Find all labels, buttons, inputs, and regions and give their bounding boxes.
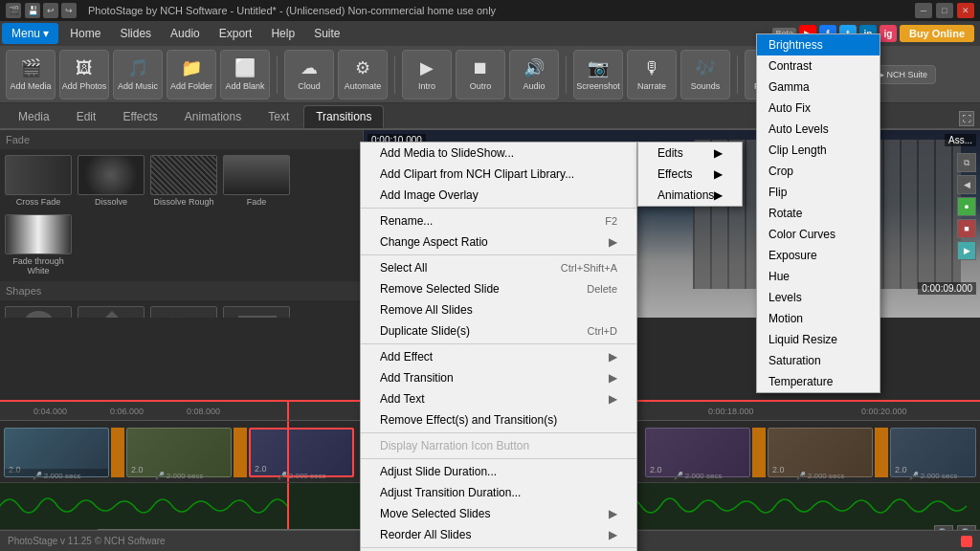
ctx-reorder-all[interactable]: Reorder All Slides ▶ bbox=[361, 524, 636, 545]
add-blank-button[interactable]: ⬜ Add Blank bbox=[220, 50, 270, 99]
ctx-add-media[interactable]: Add Media to SlideShow... bbox=[361, 143, 636, 164]
add-music-button[interactable]: 🎵 Add Music bbox=[113, 50, 163, 99]
cloud-button[interactable]: ☁ Cloud bbox=[284, 50, 334, 99]
add-folder-label: Add Folder bbox=[170, 81, 212, 91]
preview-control-1[interactable]: ⧉ bbox=[957, 153, 976, 172]
maximize-button[interactable]: □ bbox=[936, 3, 953, 18]
outro-button[interactable]: ⏹ Outro bbox=[456, 50, 505, 99]
transition-cross-fade[interactable]: Cross Fade bbox=[4, 153, 73, 209]
screenshot-button[interactable]: 📷 Screenshot bbox=[573, 50, 623, 99]
effect-temperature[interactable]: Temperature bbox=[757, 371, 880, 392]
transition-circle[interactable]: Circle bbox=[4, 304, 73, 318]
add-media-button[interactable]: 🎬 Add Media bbox=[6, 50, 56, 99]
effect-brightness[interactable]: Brightness bbox=[757, 34, 880, 55]
redo-icon[interactable]: ↪ bbox=[61, 3, 77, 18]
minimize-button[interactable]: ─ bbox=[915, 3, 932, 18]
effect-auto-fix[interactable]: Auto Fix bbox=[757, 98, 880, 119]
transition-dissolve-rough[interactable]: Dissolve Rough bbox=[149, 153, 218, 209]
intro-button[interactable]: ▶ Intro bbox=[402, 50, 452, 99]
effect-hue[interactable]: Hue bbox=[757, 266, 880, 287]
effect-levels[interactable]: Levels bbox=[757, 287, 880, 308]
menu-item-slides[interactable]: Slides bbox=[110, 21, 161, 46]
ctx-add-text[interactable]: Add Text ▶ bbox=[361, 388, 636, 409]
add-music-label: Add Music bbox=[118, 81, 158, 91]
ctx-remove-all[interactable]: Remove All Slides bbox=[361, 299, 636, 320]
effect-liquid-resize[interactable]: Liquid Resize bbox=[757, 329, 880, 350]
automate-button[interactable]: ⚙ Automate bbox=[338, 50, 388, 99]
sub-animations[interactable]: Animations ▶ bbox=[638, 185, 742, 206]
window-controls[interactable]: ─ □ ✕ bbox=[915, 3, 974, 18]
effect-color-curves[interactable]: Color Curves bbox=[757, 224, 880, 245]
transition-heart[interactable]: ♥ Heart bbox=[149, 304, 218, 318]
effect-motion[interactable]: Motion bbox=[757, 308, 880, 329]
effect-clip-length[interactable]: Clip Length bbox=[757, 140, 880, 161]
save-icon[interactable]: 💾 bbox=[25, 3, 40, 18]
sub-edits[interactable]: Edits ▶ bbox=[638, 143, 742, 164]
ctx-add-clipart[interactable]: Add Clipart from NCH Clipart Library... bbox=[361, 164, 636, 185]
menu-item-export[interactable]: Export bbox=[210, 21, 262, 46]
narrate-button[interactable]: 🎙 Narrate bbox=[627, 50, 677, 99]
effect-exposure[interactable]: Exposure bbox=[757, 245, 880, 266]
sub-effects-arrow: ▶ bbox=[714, 167, 723, 181]
preview-control-2[interactable]: ◀ bbox=[957, 175, 976, 194]
transition-fade-white[interactable]: Fade through White bbox=[4, 212, 73, 277]
effect-gamma[interactable]: Gamma bbox=[757, 77, 880, 98]
ctx-change-aspect[interactable]: Change Aspect Ratio ▶ bbox=[361, 231, 636, 253]
ctx-rename[interactable]: Rename... F2 bbox=[361, 210, 636, 231]
transition-diamond[interactable]: Diamond bbox=[77, 304, 145, 318]
menu-item-home[interactable]: Home bbox=[60, 21, 110, 46]
ctx-duplicate[interactable]: Duplicate Slide(s) Ctrl+D bbox=[361, 320, 636, 342]
ctx-add-effect[interactable]: Add Effect ▶ bbox=[361, 346, 636, 367]
preview-control-3[interactable]: ● bbox=[957, 197, 976, 216]
effect-auto-levels[interactable]: Auto Levels bbox=[757, 119, 880, 140]
tab-text[interactable]: Text bbox=[256, 105, 301, 128]
preview-control-5[interactable]: ▶ bbox=[957, 241, 976, 260]
ctx-adjust-transition[interactable]: Adjust Transition Duration... bbox=[361, 482, 636, 503]
undo-icon[interactable]: ↩ bbox=[43, 3, 58, 18]
sub-animations-arrow: ▶ bbox=[714, 188, 723, 202]
transition-fade[interactable]: Fade bbox=[222, 153, 291, 209]
effect-contrast[interactable]: Contrast bbox=[757, 55, 880, 77]
add-folder-button[interactable]: 📁 Add Folder bbox=[167, 50, 216, 99]
tab-edit[interactable]: Edit bbox=[64, 105, 109, 128]
effect-rotate[interactable]: Rotate bbox=[757, 203, 880, 224]
tab-media[interactable]: Media bbox=[6, 105, 62, 128]
menu-item-audio[interactable]: Audio bbox=[161, 21, 210, 46]
tab-animations[interactable]: Animations bbox=[172, 105, 254, 128]
toolbar-separator bbox=[277, 55, 278, 94]
transition-rectangle[interactable]: Rectangle bbox=[222, 304, 291, 318]
effect-saturation[interactable]: Saturation bbox=[757, 350, 880, 371]
ctx-remove-effects[interactable]: Remove Effect(s) and Transition(s) bbox=[361, 409, 636, 430]
cloud-icon: ☁ bbox=[301, 57, 318, 78]
expand-panel-button[interactable]: ⛶ bbox=[959, 111, 974, 126]
tab-effects[interactable]: Effects bbox=[110, 105, 169, 128]
add-music-icon: 🎵 bbox=[127, 57, 148, 78]
tab-transitions[interactable]: Transitions bbox=[303, 105, 384, 128]
ruler-mark-5: 0:00:18.000 bbox=[708, 407, 754, 416]
ruler-mark-0: 0:04.000 bbox=[33, 407, 67, 416]
transition-dissolve[interactable]: Dissolve bbox=[77, 153, 145, 209]
effect-crop[interactable]: Crop bbox=[757, 161, 880, 182]
ctx-add-image-overlay[interactable]: Add Image Overlay bbox=[361, 185, 636, 206]
playhead-ruler bbox=[287, 402, 289, 421]
ctx-adjust-slide-label: Adjust Slide Duration... bbox=[380, 465, 497, 478]
ctx-remove-effects-label: Remove Effect(s) and Transition(s) bbox=[380, 413, 557, 427]
close-button[interactable]: ✕ bbox=[957, 3, 974, 18]
status-error-icon[interactable] bbox=[961, 536, 972, 547]
sub-effects[interactable]: Effects ▶ bbox=[638, 164, 742, 185]
ctx-adjust-slide[interactable]: Adjust Slide Duration... bbox=[361, 461, 636, 482]
instagram-icon[interactable]: ig bbox=[880, 25, 897, 42]
ctx-move-slides[interactable]: Move Selected Slides ▶ bbox=[361, 503, 636, 524]
menu-item-menu[interactable]: Menu ▾ bbox=[2, 23, 58, 44]
ctx-select-all[interactable]: Select All Ctrl+Shift+A bbox=[361, 257, 636, 278]
sounds-button[interactable]: 🎶 Sounds bbox=[680, 50, 730, 99]
effect-flip[interactable]: Flip bbox=[757, 182, 880, 203]
menu-item-help[interactable]: Help bbox=[261, 21, 304, 46]
audio-button[interactable]: 🔊 Audio bbox=[509, 50, 559, 99]
buy-button[interactable]: Buy Online bbox=[900, 25, 974, 42]
preview-control-4[interactable]: ■ bbox=[957, 219, 976, 238]
menu-item-suite[interactable]: Suite bbox=[304, 21, 349, 46]
ctx-add-transition[interactable]: Add Transition ▶ bbox=[361, 367, 636, 388]
add-photos-button[interactable]: 🖼 Add Photos bbox=[59, 50, 109, 99]
ctx-remove-selected[interactable]: Remove Selected Slide Delete bbox=[361, 278, 636, 299]
